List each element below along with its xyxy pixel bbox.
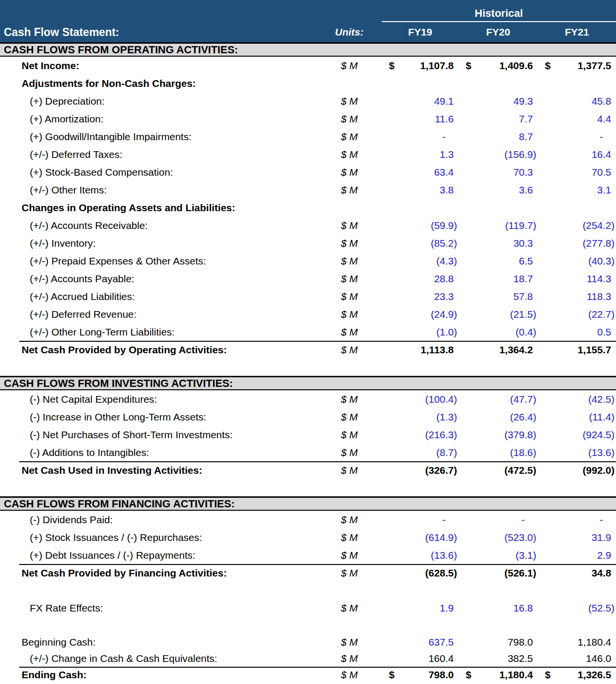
row-units: $ M <box>317 184 382 196</box>
row-label: (+/-) Accounts Receivable: <box>0 220 317 231</box>
row-units: $ M <box>317 532 382 543</box>
cell-fy21: (992.0) <box>538 465 616 476</box>
table-row: (+) Debt Issuances / (-) Repayments:$ M(… <box>0 546 616 564</box>
cell-value: (1.3) <box>436 411 459 423</box>
cell-value: 34.8 <box>592 567 616 579</box>
cell-fy19: (326.7) <box>382 465 459 476</box>
cell-value: 49.3 <box>513 96 538 107</box>
cell-value: 45.8 <box>592 96 616 107</box>
cell-value: (13.6) <box>431 550 459 561</box>
cell-fy19: (614.9) <box>382 532 459 543</box>
cell-fy20: (0.4) <box>459 326 538 338</box>
historical-group-row: Historical <box>0 0 616 22</box>
dollar-sign: $ <box>382 669 395 681</box>
cell-value: 18.7 <box>513 273 538 285</box>
row-units: $ M <box>317 326 382 338</box>
cell-value: (22.7) <box>588 309 616 320</box>
cell-fy19: $798.0 <box>382 669 459 681</box>
cell-value: (0.4) <box>516 326 538 338</box>
cell-fy19: (1.0) <box>382 326 459 338</box>
cell-fy20: 1,364.2 <box>459 344 538 356</box>
cell-fy21: 2.9 <box>538 550 616 561</box>
cell-fy20: (3.1) <box>459 550 538 561</box>
cell-value: (26.4) <box>510 411 538 423</box>
column-header-fy21: FY21 <box>538 26 616 38</box>
cell-value: (326.7) <box>425 465 459 476</box>
cell-value: 49.1 <box>434 96 459 107</box>
cell-fy20: (119.7) <box>459 220 538 231</box>
table-row: Net Income:$ M$1,107.8$1,409.6$1,377.5 <box>0 57 616 74</box>
cell-fy20: (379.8) <box>459 429 538 441</box>
cell-value: (100.4) <box>425 394 459 405</box>
cell-fy19: $1,107.8 <box>382 60 459 72</box>
row-units: $ M <box>317 636 382 648</box>
cell-fy21: 45.8 <box>538 96 616 107</box>
cell-value: (216.3) <box>425 429 459 441</box>
row-units: $ M <box>317 669 382 681</box>
cell-fy21: $1,326.5 <box>538 669 616 681</box>
cell-value: 1,113.8 <box>421 344 459 356</box>
table-body: CASH FLOWS FROM OPERATING ACTIVITIES:Net… <box>0 42 616 683</box>
row-label: (+/-) Deferred Taxes: <box>0 149 317 160</box>
cell-value: (18.6) <box>510 447 538 458</box>
cell-value: 1.3 <box>440 149 459 160</box>
table-row: (+/-) Change in Cash & Cash Equivalents:… <box>0 650 616 667</box>
table-row: (+/-) Other Long-Term Liabilities:$ M(1.… <box>0 323 616 341</box>
cell-value: 146.0 <box>586 653 616 664</box>
table-row: (+/-) Accounts Receivable:$ M(59.9)(119.… <box>0 216 616 234</box>
row-label: Net Cash Provided by Operating Activitie… <box>0 344 317 356</box>
row-label: (+) Goodwill/Intangible Impairments: <box>0 131 317 143</box>
cell-value: (47.7) <box>510 394 538 405</box>
row-units: $ M <box>317 344 382 356</box>
cell-value: 8.7 <box>519 131 538 143</box>
row-label: (+) Depreciation: <box>0 96 317 107</box>
row-label: Net Cash Used in Investing Activities: <box>0 465 317 476</box>
table-row: (-) Additions to Intangibles:$ M(8.7)(18… <box>0 444 616 461</box>
cell-value: 1,180.4 <box>578 636 616 648</box>
row-label: Beginning Cash: <box>0 636 317 648</box>
cell-value: 1,107.8 <box>420 60 459 72</box>
cell-fy20: 57.8 <box>459 291 538 302</box>
cell-fy20: (523.0) <box>459 532 538 543</box>
cell-value: - <box>442 131 459 143</box>
cell-value: - <box>600 131 616 143</box>
table-row: Ending Cash:$ M$798.0$1,180.4$1,326.5 <box>0 667 616 683</box>
cell-fy20: 798.0 <box>459 636 538 648</box>
row-units: $ M <box>317 394 382 405</box>
cell-value: - <box>442 514 459 526</box>
row-label: (+/-) Accrued Liabilities: <box>0 291 317 302</box>
cell-fy19: - <box>382 131 459 143</box>
row-label: FX Rate Effects: <box>0 602 317 614</box>
cell-fy20: 6.5 <box>459 255 538 267</box>
cell-value: (42.5) <box>588 394 616 405</box>
cell-value: 1,180.4 <box>499 669 538 681</box>
cell-value: (8.7) <box>436 447 459 458</box>
row-label: (+) Stock Issuances / (-) Repurchases: <box>0 532 317 543</box>
cell-fy20: 18.7 <box>459 273 538 285</box>
cell-fy19: (1.3) <box>382 411 459 423</box>
table-row: (+) Depreciation:$ M49.149.345.8 <box>0 92 616 110</box>
cell-fy21: 118.3 <box>538 291 616 302</box>
cell-value: 30.3 <box>513 238 538 249</box>
row-units: $ M <box>317 567 382 579</box>
row-label: Net Cash Provided by Financing Activitie… <box>0 567 317 579</box>
table-row: (+) Goodwill/Intangible Impairments:$ M-… <box>0 128 616 145</box>
section-header-label: CASH FLOWS FROM FINANCING ACTIVITIES: <box>4 498 235 510</box>
table-row: Net Cash Provided by Operating Activitie… <box>0 341 616 359</box>
dollar-sign: $ <box>538 60 551 72</box>
row-label: Changes in Operating Assets and Liabilit… <box>0 202 317 214</box>
cell-value: 0.5 <box>597 326 616 338</box>
cell-fy21: - <box>538 131 616 143</box>
cell-value: 63.4 <box>434 167 459 178</box>
cell-value: (379.8) <box>504 429 538 441</box>
row-label: (-) Net Purchases of Short-Term Investme… <box>0 429 317 441</box>
row-units: $ M <box>317 514 382 526</box>
row-label: (+/-) Other Long-Term Liabilities: <box>0 326 317 338</box>
cell-fy20: (21.5) <box>459 309 538 320</box>
row-spacer <box>0 479 616 496</box>
cell-value: - <box>600 514 616 526</box>
row-label: (+) Amortization: <box>0 113 317 125</box>
cell-fy19: 637.5 <box>382 636 459 648</box>
cell-fy19: 28.8 <box>382 273 459 285</box>
cell-value: 4.4 <box>597 113 616 125</box>
